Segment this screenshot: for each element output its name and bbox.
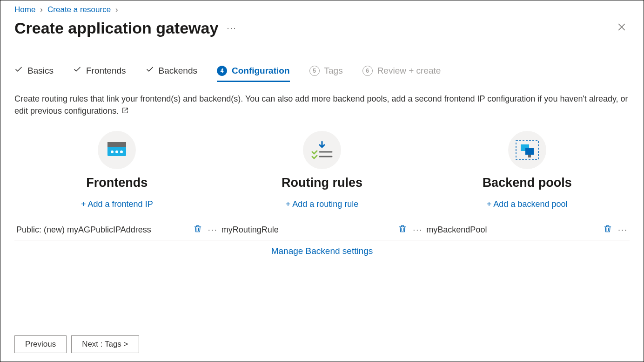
svg-point-2 [111, 150, 114, 153]
close-icon[interactable] [614, 19, 630, 37]
chevron-right-icon: › [40, 5, 43, 14]
delete-icon[interactable] [398, 224, 407, 235]
step-number-icon: 6 [362, 66, 373, 76]
svg-point-4 [120, 150, 123, 153]
tab-basics[interactable]: Basics [14, 65, 54, 82]
page-title: Create application gateway [14, 19, 218, 37]
tab-label: Tags [324, 66, 343, 76]
breadcrumb-home[interactable]: Home [14, 5, 35, 14]
backend-pools-title: Backend pools [483, 176, 572, 190]
tab-label: Backends [159, 66, 197, 76]
tab-review-create[interactable]: 6 Review + create [362, 66, 441, 82]
tab-label: Review + create [377, 66, 441, 76]
svg-rect-10 [528, 155, 531, 157]
tab-tags[interactable]: 5 Tags [309, 66, 343, 82]
backend-pool-row: myBackendPool ··· [424, 219, 630, 240]
frontend-item-label: Public: (new) myAGPublicIPAddress [16, 225, 151, 235]
routing-rules-icon [303, 131, 341, 169]
more-icon[interactable]: ··· [208, 225, 218, 235]
delete-icon[interactable] [603, 224, 612, 235]
step-number-icon: 5 [309, 66, 320, 76]
description-text: Create routing rules that link your fron… [14, 93, 630, 117]
more-icon[interactable]: ··· [618, 225, 628, 235]
previous-button[interactable]: Previous [14, 335, 67, 353]
add-backend-pool-button[interactable]: + Add a backend pool [487, 199, 568, 209]
frontends-column: Frontends + Add a frontend IP Public: (n… [14, 131, 220, 240]
delete-icon[interactable] [193, 224, 202, 235]
more-actions-icon[interactable]: ··· [227, 23, 236, 33]
routing-rules-title: Routing rules [282, 176, 362, 190]
tab-backends[interactable]: Backends [146, 65, 197, 82]
next-button[interactable]: Next : Tags > [71, 335, 139, 353]
routing-rules-column: Routing rules + Add a routing rule myRou… [220, 131, 425, 240]
frontends-icon [98, 131, 136, 169]
routing-rule-item-label: myRoutingRule [221, 225, 279, 235]
breadcrumb-create-resource[interactable]: Create a resource [47, 5, 111, 14]
wizard-tabs: Basics Frontends Backends 4 Configuratio… [14, 65, 630, 82]
tab-frontends[interactable]: Frontends [73, 65, 126, 82]
frontend-row: Public: (new) myAGPublicIPAddress ··· [14, 219, 220, 240]
svg-rect-9 [525, 148, 534, 155]
svg-point-3 [115, 150, 118, 153]
frontends-title: Frontends [86, 176, 148, 190]
check-icon [73, 65, 81, 76]
manage-backend-settings-link[interactable]: Manage Backend settings [14, 246, 630, 256]
tab-label: Frontends [86, 66, 126, 76]
external-link-icon[interactable] [122, 105, 128, 117]
chevron-right-icon: › [115, 5, 118, 14]
routing-rule-row: myRoutingRule ··· [220, 219, 425, 240]
more-icon[interactable]: ··· [413, 225, 423, 235]
tab-configuration[interactable]: 4 Configuration [217, 66, 290, 82]
check-icon [14, 65, 23, 76]
step-number-icon: 4 [217, 66, 227, 76]
add-routing-rule-button[interactable]: + Add a routing rule [286, 199, 359, 209]
breadcrumb: Home › Create a resource › [14, 5, 630, 14]
backend-pool-item-label: myBackendPool [426, 225, 487, 235]
tab-label: Configuration [232, 66, 290, 76]
backend-pools-icon [508, 131, 546, 169]
check-icon [146, 65, 154, 76]
tab-label: Basics [27, 66, 54, 76]
backend-pools-column: Backend pools + Add a backend pool myBac… [424, 131, 630, 240]
add-frontend-ip-button[interactable]: + Add a frontend IP [81, 199, 153, 209]
svg-rect-1 [107, 142, 126, 147]
